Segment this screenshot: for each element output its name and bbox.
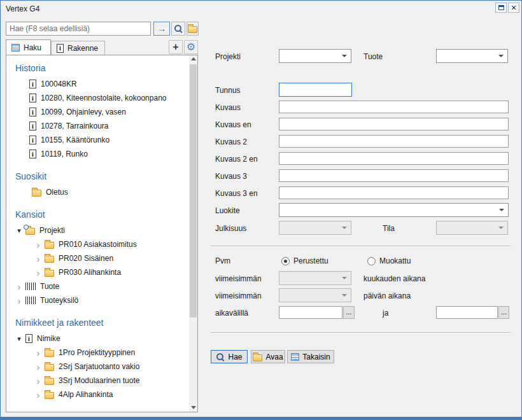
tree-item-history-4[interactable]: 10155, Kääntörunko [6,133,189,147]
add-tab-button[interactable] [169,40,183,54]
kuvaus3-en-label: Kuvaus 3 en [215,189,258,198]
tree-item-2srj[interactable]: 2Srj Sarjatuotanto vakio [6,360,189,374]
avaa-button-label: Avaa [265,353,283,361]
project-folder-icon [25,228,35,235]
search-input[interactable] [6,22,151,36]
tree-item-pr030[interactable]: PR030 Alihankinta [6,265,189,279]
tree-item-label: Oletus [46,188,68,197]
avaa-button[interactable]: Avaa [251,350,285,363]
tree-item-history-0[interactable]: 100048KR [6,77,189,91]
takaisin-button[interactable]: Takaisin [287,350,334,363]
date-picker-end-button[interactable]: ... [498,306,509,319]
muokattu-radio[interactable] [367,257,376,265]
kuvaus2-en-label: Kuvaus 2 en [215,155,258,164]
tree-item-tuoteyksilo[interactable]: Tuoteyksilö [6,293,189,307]
tree-item-oletus[interactable]: Oletus [6,185,189,199]
tab-haku[interactable]: Haku [6,39,51,55]
tree-item-label: 10278, Tarrainkoura [41,122,109,130]
chevron-expanded-icon[interactable] [15,227,23,234]
tree-item-label: 10155, Kääntörunko [41,136,109,144]
settings-button[interactable] [184,40,198,54]
julkisuus-label: Julkisuus [215,224,246,233]
viimeisimman1-combo[interactable] [279,271,351,285]
perustettu-radio[interactable] [281,257,290,265]
tunnus-label: Tunnus [215,86,241,95]
chevron-collapsed-icon[interactable] [34,254,42,263]
paivan-aikana-label: päivän aikana [363,291,411,300]
tuote-label: Tuote [363,52,383,61]
tree-item-nimike[interactable]: Nimike [6,332,189,346]
tree-item-history-3[interactable]: 10278, Tarrainkoura [6,119,189,133]
tree-item-label: 4Alp Alihankinta [59,390,113,399]
hae-button-label: Hae [228,353,242,361]
tree-item-4alp[interactable]: 4Alp Alihankinta [6,388,189,402]
aikavalilla-end-input[interactable] [436,306,498,319]
chevron-collapsed-icon[interactable] [34,362,42,372]
viimeisimman2-combo[interactable] [279,288,351,302]
hae-button[interactable]: Hae [211,350,248,363]
kuvaus2-en-input[interactable] [279,152,509,165]
tree-item-history-2[interactable]: 10099, Ohjainlevy, vasen [6,105,189,119]
chevron-expanded-icon[interactable] [15,335,23,342]
tree-item-3srj[interactable]: 3Srj Modulaarinen tuote [6,374,189,388]
chevron-collapsed-icon[interactable] [34,390,42,400]
tree-item-pr020[interactable]: PR020 Sisäinen [6,251,189,265]
close-button[interactable] [508,3,519,13]
tree-scrollbar[interactable] [189,55,197,412]
info-icon [29,136,36,144]
kuvaus-input[interactable] [279,101,509,113]
tree-item-history-1[interactable]: 10280, Kiteennostolaite, kokoonpano [6,91,189,105]
tab-rakenne[interactable]: Rakenne [51,41,105,55]
open-folder-button[interactable] [187,22,199,36]
scroll-down-button[interactable] [189,403,197,412]
kuvaus-en-input[interactable] [279,118,509,130]
tree-item-projekti[interactable]: Projekti [6,223,189,237]
table-icon [291,353,299,361]
dock-button[interactable] [495,3,507,13]
tab-rakenne-label: Rakenne [67,44,98,53]
window-title: Vertex G4 [6,4,39,13]
barcode-icon [25,283,36,290]
kuvaus2-input[interactable] [279,135,509,148]
scroll-up-button[interactable] [189,55,197,64]
tree-item-tuote[interactable]: Tuote [6,279,189,293]
info-icon [29,150,36,158]
takaisin-button-label: Takaisin [302,353,330,361]
info-icon [29,108,36,116]
projekti-combo[interactable] [279,49,351,63]
tree-item-1pro[interactable]: 1Pro Projektityyppinen [6,346,189,360]
scrollbar-thumb[interactable] [190,64,197,318]
tunnus-input[interactable] [279,83,352,97]
tree-item-label: 3Srj Modulaarinen tuote [59,376,139,385]
tree-item-history-5[interactable]: 10119, Runko [6,147,189,161]
titlebar: Vertex G4 [1,1,521,17]
tree-section-suosikit: Suosikit [15,171,189,181]
date-picker-start-button[interactable]: ... [343,306,355,319]
tree-item-pr010[interactable]: PR010 Asiakastoimitus [6,237,189,251]
chevron-collapsed-icon[interactable] [15,296,23,305]
luokite-combo[interactable] [279,203,509,217]
tree-item-label: Nimike [37,334,60,343]
tree-item-label: PR020 Sisäinen [59,254,113,263]
tree-panel: Historia 100048KR 10280, Kiteennostolait… [6,55,198,412]
aikavalilla-label: aikavälillä [215,309,248,318]
table-icon [11,44,20,52]
aikavalilla-start-input[interactable] [279,306,342,319]
info-icon [25,334,32,343]
kuvaus3-en-input[interactable] [279,186,509,199]
search-go-button[interactable] [153,22,170,36]
tree-item-label: 10119, Runko [41,150,88,158]
chevron-collapsed-icon[interactable] [34,240,42,249]
chevron-collapsed-icon[interactable] [34,348,42,358]
arrow-right-icon [157,24,166,34]
tuote-combo[interactable] [436,49,508,63]
separator [211,246,510,247]
tree-section-kansiot: Kansiot [15,209,189,220]
kuvaus3-input[interactable] [279,169,509,182]
tila-combo[interactable] [436,221,508,235]
julkisuus-combo[interactable] [279,221,351,235]
chevron-collapsed-icon[interactable] [34,376,42,386]
chevron-collapsed-icon[interactable] [15,282,23,291]
chevron-collapsed-icon[interactable] [34,268,42,277]
search-button[interactable] [171,22,185,36]
